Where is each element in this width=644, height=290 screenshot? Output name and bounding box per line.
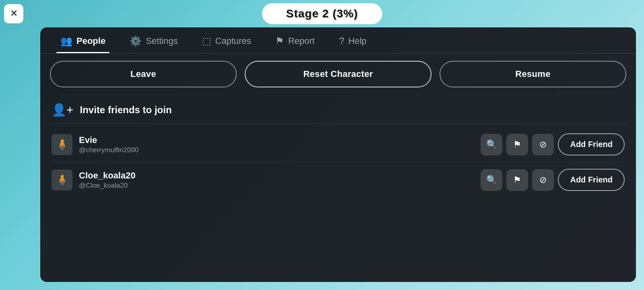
tab-people[interactable]: 👥 People (48, 27, 118, 53)
player-handle: @Cloe_koala20 (79, 182, 474, 190)
avatar: 🧍 (52, 170, 72, 191)
report-player-button[interactable]: ⚑ (506, 134, 528, 155)
flag-icon: ⚑ (513, 139, 521, 150)
block-player-button[interactable]: ⊘ (532, 134, 554, 155)
people-icon: 👥 (60, 35, 72, 47)
block-icon: ⊘ (539, 175, 547, 185)
flag-icon: ⚑ (513, 175, 521, 185)
invite-text: Invite friends to join (80, 104, 172, 116)
report-player-button[interactable]: ⚑ (506, 169, 528, 191)
search-icon: 🔍 (486, 175, 497, 185)
tab-report[interactable]: ⚑ Report (263, 27, 327, 53)
stage-label: Stage 2 (3%) (262, 3, 382, 24)
player-actions: 🔍 ⚑ ⊘ Add Friend (481, 133, 625, 155)
search-icon: 🔍 (486, 139, 497, 150)
player-row: 🧍 Cloe_koala20 @Cloe_koala20 🔍 ⚑ ⊘ Add F… (40, 162, 636, 197)
resume-button[interactable]: Resume (440, 61, 626, 87)
settings-icon: ⚙️ (130, 35, 142, 47)
player-actions: 🔍 ⚑ ⊘ Add Friend (481, 169, 625, 191)
player-info: Evie @cherrymuffin2000 (79, 135, 474, 154)
tab-bar: 👥 People ⚙️ Settings ⬚ Captures ⚑ Report… (40, 27, 636, 54)
player-row: 🧍 Evie @cherrymuffin2000 🔍 ⚑ ⊘ Add Frien… (40, 127, 636, 162)
search-player-button[interactable]: 🔍 (481, 134, 502, 155)
player-name: Evie (79, 135, 474, 145)
player-name: Cloe_koala20 (79, 170, 474, 181)
search-player-button[interactable]: 🔍 (481, 169, 502, 191)
player-list: 🧍 Evie @cherrymuffin2000 🔍 ⚑ ⊘ Add Frien… (40, 124, 636, 282)
player-handle: @cherrymuffin2000 (79, 146, 474, 154)
tab-captures[interactable]: ⬚ Captures (190, 27, 263, 53)
captures-icon: ⬚ (202, 35, 211, 47)
report-icon: ⚑ (275, 35, 284, 47)
action-buttons-row: Leave Reset Character Resume (40, 54, 636, 95)
tab-settings[interactable]: ⚙️ Settings (118, 27, 190, 53)
avatar: 🧍 (52, 134, 72, 155)
main-modal: 👥 People ⚙️ Settings ⬚ Captures ⚑ Report… (40, 27, 636, 282)
reset-character-button[interactable]: Reset Character (245, 61, 431, 87)
player-info: Cloe_koala20 @Cloe_koala20 (79, 170, 474, 190)
block-player-button[interactable]: ⊘ (532, 169, 554, 191)
invite-section[interactable]: 👤+ Invite friends to join (40, 95, 636, 123)
leave-button[interactable]: Leave (50, 61, 237, 87)
help-icon: ? (339, 35, 344, 47)
close-button[interactable]: ✕ (4, 4, 23, 23)
add-friend-button[interactable]: Add Friend (558, 133, 625, 155)
block-icon: ⊘ (539, 139, 547, 150)
add-friend-button[interactable]: Add Friend (558, 169, 625, 191)
tab-help[interactable]: ? Help (327, 27, 379, 53)
invite-friends-icon: 👤+ (52, 103, 74, 117)
